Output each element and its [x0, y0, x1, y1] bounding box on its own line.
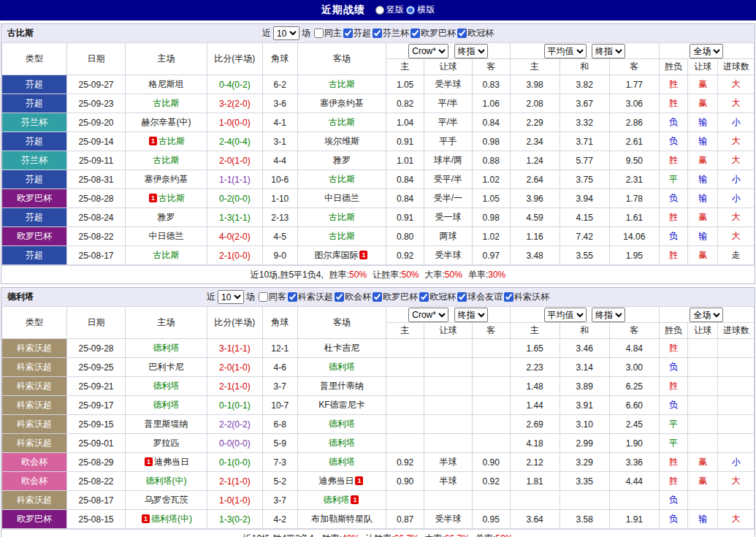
- avg-odds-cell: 2.29: [510, 113, 560, 132]
- layout-radio-0[interactable]: 竖版: [375, 4, 404, 16]
- team-link[interactable]: 雅罗: [333, 155, 351, 165]
- team-link[interactable]: 塞伊奈约基: [144, 174, 188, 184]
- team-link[interactable]: 德利塔(中): [145, 476, 186, 486]
- team-link[interactable]: 古比斯: [329, 212, 355, 222]
- layout-radio-1[interactable]: 横版: [406, 4, 435, 16]
- odds-time-select[interactable]: 终指: [454, 44, 488, 58]
- team-link[interactable]: 迪弗当日: [318, 476, 354, 486]
- avg-odds-cell: 1.77: [609, 75, 659, 94]
- team-link[interactable]: 埃尔维斯: [324, 136, 359, 146]
- league-checkbox[interactable]: [457, 292, 467, 302]
- team-link[interactable]: 德利塔: [329, 438, 355, 448]
- team-link[interactable]: 德利塔: [329, 457, 355, 467]
- team-link[interactable]: 德利塔: [153, 381, 179, 391]
- avg-odds-cell: 3.35: [560, 472, 609, 491]
- team-link[interactable]: 普里什蒂纳: [320, 381, 364, 391]
- team-link[interactable]: 巴利卡尼: [148, 362, 183, 372]
- team-link[interactable]: 古比斯: [329, 79, 355, 89]
- away-team-cell: 德利塔: [297, 358, 386, 377]
- avg-select[interactable]: 平均值: [544, 308, 587, 322]
- team-link[interactable]: 杜卡吉尼: [324, 343, 359, 353]
- avg-odds-cell: 2.86: [609, 113, 659, 132]
- scope-select[interactable]: 全场: [690, 308, 723, 322]
- league-filter[interactable]: 欧罗巴杯: [373, 291, 418, 303]
- league-checkbox[interactable]: [373, 292, 382, 302]
- avg-time-select[interactable]: 终指: [592, 308, 625, 322]
- league-checkbox[interactable]: [411, 28, 420, 38]
- same-venue-checkbox[interactable]: [259, 292, 268, 302]
- team-link[interactable]: 德利塔(中): [151, 514, 192, 524]
- league-checkbox[interactable]: [504, 292, 513, 302]
- layout-radio-input[interactable]: [375, 6, 384, 15]
- avg-odds-cell: 3.36: [609, 453, 659, 472]
- league-filter[interactable]: 欧会杯: [335, 291, 371, 303]
- team-link[interactable]: 格尼斯坦: [148, 79, 183, 89]
- league-checkbox[interactable]: [335, 292, 344, 302]
- bookmaker-select[interactable]: Crow*: [408, 308, 448, 322]
- result-cell: 负: [659, 510, 687, 529]
- away-team-cell: 雅罗: [297, 151, 386, 170]
- team-link[interactable]: 罗拉匹: [153, 438, 179, 448]
- team-link[interactable]: 古比斯: [153, 98, 179, 108]
- team-link[interactable]: 德利塔: [329, 419, 355, 429]
- match-date: 25-08-31: [66, 170, 125, 189]
- odds-cell: 0.98: [472, 208, 510, 227]
- result-cell: 赢: [688, 246, 718, 265]
- same-venue-filter[interactable]: 同客: [259, 291, 286, 303]
- odds-cell: 1.05: [472, 189, 510, 208]
- odds-time-select[interactable]: 终指: [454, 308, 488, 322]
- result-cell: [688, 396, 718, 415]
- same-venue-filter[interactable]: 同主: [314, 27, 342, 39]
- match-count-select[interactable]: 10: [273, 26, 299, 40]
- league-filter[interactable]: 科索沃杯: [504, 291, 549, 303]
- match-row: 科索沃超25-09-17德利塔0-1(0-1)10-7KF德雷尼卡1.443.9…: [2, 396, 755, 415]
- team-link[interactable]: 德利塔: [153, 343, 179, 353]
- team-link[interactable]: KF德雷尼卡: [318, 400, 364, 410]
- scope-select[interactable]: 全场: [690, 44, 723, 58]
- team-link[interactable]: 赫尔辛基(中): [141, 117, 191, 127]
- layout-radio-input[interactable]: [406, 6, 415, 15]
- team-link[interactable]: 古比斯: [153, 250, 179, 260]
- league-checkbox[interactable]: [343, 28, 353, 38]
- avg-time-select[interactable]: 终指: [592, 44, 625, 58]
- team-link[interactable]: 古比斯: [329, 231, 355, 241]
- league-filter[interactable]: 球会友谊: [457, 291, 503, 303]
- team-link[interactable]: 雅罗: [157, 212, 175, 222]
- team-link[interactable]: 布加勒斯特星队: [311, 514, 373, 524]
- team-link[interactable]: 乌罗舍瓦茨: [144, 495, 188, 505]
- league-filter[interactable]: 芬超: [343, 27, 371, 39]
- match-row: 欧会杯25-08-22德利塔(中)2-1(1-0)5-2迪弗当日10.90半球0…: [2, 472, 755, 491]
- match-row: 芬超25-09-141古比斯2-4(0-4)3-1埃尔维斯0.91平手0.982…: [2, 132, 755, 151]
- team-link[interactable]: 塞伊奈约基: [320, 98, 364, 108]
- team-link[interactable]: 古比斯: [329, 117, 355, 127]
- league-checkbox[interactable]: [373, 28, 382, 38]
- red-card-icon: 1: [351, 495, 359, 504]
- team-link[interactable]: 古比斯: [153, 155, 179, 165]
- same-venue-checkbox[interactable]: [314, 28, 324, 38]
- match-count-select[interactable]: 10: [218, 290, 244, 304]
- team-link[interactable]: 中日德兰: [324, 193, 359, 203]
- bookmaker-select[interactable]: Crow*: [408, 44, 448, 58]
- team-link[interactable]: 中日德兰: [148, 231, 183, 241]
- league-filter[interactable]: 欧冠杯: [457, 27, 494, 39]
- league-checkbox[interactable]: [457, 28, 467, 38]
- team-link[interactable]: 图尔库国际: [314, 250, 358, 260]
- avg-select[interactable]: 平均值: [544, 44, 587, 58]
- league-filter[interactable]: 科索沃超: [288, 291, 333, 303]
- league-filter[interactable]: 欧冠杯: [419, 291, 456, 303]
- team-link[interactable]: 德利塔: [153, 400, 179, 410]
- team-link[interactable]: 古比斯: [159, 193, 185, 203]
- team-link[interactable]: 迪弗当日: [154, 457, 189, 467]
- team-link[interactable]: 德利塔: [329, 362, 355, 372]
- league-checkbox[interactable]: [419, 292, 429, 302]
- team-link[interactable]: 德利塔: [323, 495, 349, 505]
- league-filter[interactable]: 欧罗巴杯: [411, 27, 456, 39]
- league-checkbox[interactable]: [288, 292, 297, 302]
- odds-select-group: Crow* 终指: [386, 307, 510, 323]
- team-link[interactable]: 古比斯: [329, 174, 355, 184]
- league-filter[interactable]: 芬兰杯: [373, 27, 409, 39]
- red-card-icon: 1: [149, 194, 157, 202]
- team-link[interactable]: 古比斯: [159, 136, 185, 146]
- score-cell: 0-1(0-0): [207, 453, 262, 472]
- team-link[interactable]: 普里斯堤纳: [144, 419, 188, 429]
